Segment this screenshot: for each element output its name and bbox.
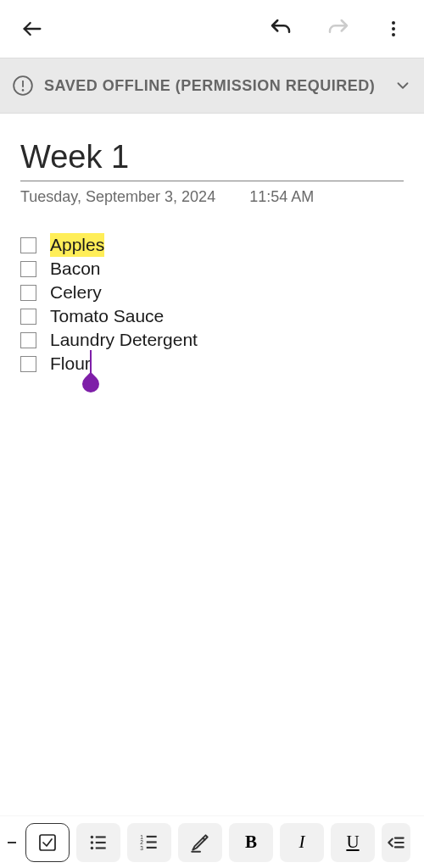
toolbar-bold-button[interactable]: B (229, 823, 273, 862)
svg-point-6 (22, 89, 25, 92)
highlighter-icon (189, 832, 211, 854)
checkbox[interactable] (20, 261, 36, 277)
svg-point-1 (392, 21, 395, 25)
list-item-text[interactable]: Celery (50, 281, 102, 304)
bottom-toolbar: 123 B I U (0, 815, 424, 868)
numbered-list-icon: 123 (138, 832, 160, 854)
toolbar-numbered-list-button[interactable]: 123 (127, 823, 171, 862)
toolbar-bulleted-list-button[interactable] (76, 823, 120, 862)
list-item[interactable]: Tomato Sauce (20, 304, 404, 328)
redo-button[interactable] (321, 11, 356, 47)
undo-icon (268, 16, 293, 42)
arrow-left-icon (20, 17, 44, 41)
list-item[interactable]: Flour (20, 352, 404, 376)
toolbar-outdent-button[interactable] (382, 823, 410, 862)
alert-circle-icon (12, 75, 34, 97)
redo-icon (326, 16, 351, 42)
list-item[interactable]: Laundry Detergent (20, 328, 404, 352)
underline-icon: U (346, 832, 359, 853)
list-item-text[interactable]: Tomato Sauce (50, 304, 164, 328)
todo-list[interactable]: ApplesBaconCeleryTomato SauceLaundry Det… (20, 233, 404, 376)
list-item-text[interactable]: Apples (50, 233, 104, 257)
svg-rect-13 (96, 841, 106, 843)
page-title[interactable]: Week 1 (20, 139, 404, 181)
list-item-text[interactable]: Flour (50, 353, 91, 373)
list-item-text[interactable]: Laundry Detergent (50, 328, 198, 352)
svg-point-10 (91, 841, 93, 843)
svg-rect-18 (147, 835, 157, 837)
back-button[interactable] (15, 12, 49, 46)
banner-message: SAVED OFFLINE (PERMISSION REQUIRED) (44, 77, 383, 95)
list-item[interactable]: Celery (20, 281, 404, 304)
svg-text:3: 3 (140, 844, 143, 850)
toolbar-highlight-button[interactable] (178, 823, 222, 862)
cursor-handle-icon[interactable] (79, 372, 103, 396)
checkbox[interactable] (20, 356, 36, 372)
toolbar-prev-button[interactable] (7, 823, 19, 862)
svg-point-9 (91, 835, 93, 837)
undo-button[interactable] (263, 11, 298, 47)
date-row: Tuesday, September 3, 2024 11:54 AM (20, 188, 404, 206)
bulleted-list-icon (87, 832, 109, 854)
checkbox-icon (37, 832, 58, 853)
bold-icon: B (245, 832, 257, 853)
outdent-icon (385, 832, 407, 854)
svg-point-3 (392, 33, 395, 36)
top-toolbar (0, 0, 424, 58)
svg-rect-19 (147, 841, 157, 843)
checkbox[interactable] (20, 332, 36, 348)
toolbar-todo-button[interactable] (25, 823, 70, 862)
checkbox[interactable] (20, 285, 36, 301)
svg-rect-20 (147, 846, 157, 848)
more-vertical-icon (383, 17, 404, 41)
more-button[interactable] (378, 12, 409, 46)
toolbar-italic-button[interactable]: I (280, 823, 324, 862)
note-date: Tuesday, September 3, 2024 (20, 188, 215, 206)
svg-rect-14 (96, 847, 106, 849)
svg-rect-12 (96, 836, 106, 837)
note-page: Week 1 Tuesday, September 3, 2024 11:54 … (0, 114, 424, 376)
checkbox[interactable] (20, 309, 36, 325)
note-time: 11:54 AM (249, 188, 314, 206)
italic-icon: I (299, 832, 305, 853)
svg-point-2 (392, 27, 395, 31)
minus-icon (7, 823, 19, 862)
offline-banner[interactable]: SAVED OFFLINE (PERMISSION REQUIRED) (0, 58, 424, 114)
toolbar-underline-button[interactable]: U (331, 823, 375, 862)
list-item-text[interactable]: Bacon (50, 257, 101, 281)
svg-point-11 (91, 846, 93, 849)
list-item[interactable]: Bacon (20, 257, 404, 281)
svg-rect-8 (40, 835, 55, 850)
checkbox[interactable] (20, 237, 36, 253)
chevron-down-icon (393, 76, 412, 95)
list-item[interactable]: Apples (20, 233, 404, 257)
